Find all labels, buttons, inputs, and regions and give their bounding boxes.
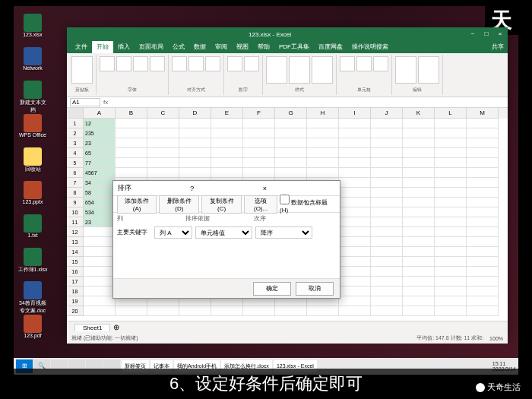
cell[interactable] bbox=[371, 198, 403, 207]
cell[interactable] bbox=[84, 306, 116, 316]
cell[interactable] bbox=[403, 227, 435, 237]
cell[interactable] bbox=[179, 119, 211, 128]
cell[interactable] bbox=[467, 247, 499, 257]
cell[interactable] bbox=[307, 119, 339, 128]
cell[interactable] bbox=[84, 237, 116, 247]
cell[interactable] bbox=[371, 267, 403, 277]
cell[interactable] bbox=[403, 188, 435, 198]
cell[interactable] bbox=[435, 267, 467, 277]
cell[interactable] bbox=[339, 217, 371, 227]
cell[interactable] bbox=[371, 237, 403, 247]
cell[interactable]: 77 bbox=[84, 158, 116, 168]
cell[interactable] bbox=[403, 207, 435, 217]
row-header[interactable]: 1 bbox=[67, 119, 84, 128]
row-header[interactable]: 14 bbox=[67, 247, 84, 257]
cell[interactable] bbox=[467, 158, 499, 168]
add-sheet-icon[interactable]: ⊕ bbox=[113, 323, 119, 331]
row-header[interactable]: 6 bbox=[67, 168, 84, 178]
sort-on-select[interactable]: 单元格值 bbox=[195, 226, 252, 239]
cell[interactable] bbox=[339, 277, 371, 287]
cell[interactable] bbox=[211, 128, 243, 138]
cell[interactable] bbox=[339, 237, 371, 247]
cell[interactable] bbox=[243, 158, 275, 168]
cell[interactable] bbox=[275, 306, 307, 316]
cell[interactable] bbox=[467, 148, 499, 158]
share-button[interactable]: 共享 bbox=[492, 41, 504, 53]
desktop-icon[interactable]: Network bbox=[17, 47, 48, 79]
sort-order-select[interactable]: 降序 bbox=[255, 226, 312, 239]
cell[interactable] bbox=[275, 119, 307, 128]
cell[interactable] bbox=[116, 158, 147, 168]
cell[interactable] bbox=[467, 306, 499, 316]
cell[interactable] bbox=[371, 188, 403, 198]
tab-pdf[interactable]: PDF工具集 bbox=[274, 41, 314, 53]
options-button[interactable]: 选项(O)... bbox=[244, 195, 277, 214]
cell[interactable] bbox=[84, 296, 116, 306]
cell[interactable] bbox=[339, 306, 371, 316]
cell[interactable] bbox=[339, 188, 371, 198]
row-header[interactable]: 3 bbox=[67, 138, 84, 148]
cell[interactable] bbox=[179, 138, 211, 148]
cell[interactable] bbox=[467, 257, 499, 267]
cell[interactable] bbox=[116, 119, 147, 128]
tab-tell-me[interactable]: 操作说明搜索 bbox=[347, 41, 393, 53]
cell[interactable] bbox=[243, 119, 275, 128]
cell[interactable] bbox=[403, 198, 435, 207]
cell[interactable] bbox=[467, 168, 499, 178]
cell[interactable] bbox=[467, 138, 499, 148]
tab-layout[interactable]: 页面布局 bbox=[135, 41, 168, 53]
cell[interactable] bbox=[243, 148, 275, 158]
number-button[interactable] bbox=[227, 56, 242, 71]
cell[interactable] bbox=[403, 168, 435, 178]
cell[interactable] bbox=[403, 119, 435, 128]
cell[interactable] bbox=[275, 148, 307, 158]
cell[interactable] bbox=[403, 217, 435, 227]
cell[interactable] bbox=[84, 247, 116, 257]
cell[interactable] bbox=[211, 306, 243, 316]
cell[interactable]: 65 bbox=[84, 148, 116, 158]
cell[interactable] bbox=[179, 306, 211, 316]
col-header[interactable]: I bbox=[339, 108, 371, 119]
cell[interactable] bbox=[467, 277, 499, 287]
cell[interactable] bbox=[467, 296, 499, 306]
add-level-button[interactable]: 添加条件(A) bbox=[117, 195, 157, 214]
tab-formula[interactable]: 公式 bbox=[168, 41, 189, 53]
cell[interactable] bbox=[435, 247, 467, 257]
cell[interactable] bbox=[435, 198, 467, 207]
cell[interactable] bbox=[467, 237, 499, 247]
col-header[interactable]: H bbox=[307, 108, 339, 119]
tab-data[interactable]: 数据 bbox=[189, 41, 211, 53]
cell[interactable] bbox=[435, 277, 467, 287]
cell[interactable] bbox=[371, 148, 403, 158]
zoom-level[interactable]: 100% bbox=[489, 336, 503, 341]
cell[interactable] bbox=[371, 227, 403, 237]
row-header[interactable]: 18 bbox=[67, 287, 84, 296]
cell[interactable] bbox=[243, 168, 275, 178]
cell[interactable] bbox=[339, 178, 371, 188]
cell[interactable] bbox=[467, 207, 499, 217]
cell[interactable] bbox=[84, 287, 116, 296]
cell[interactable] bbox=[211, 168, 243, 178]
insert-cell-button[interactable] bbox=[340, 56, 355, 71]
sheet-tab[interactable]: Sheet1 bbox=[74, 324, 110, 331]
cell[interactable] bbox=[116, 168, 147, 178]
cell[interactable]: 34 bbox=[84, 178, 116, 188]
cell[interactable] bbox=[467, 119, 499, 128]
desktop-icon[interactable]: 回收站 bbox=[17, 147, 48, 179]
cell[interactable] bbox=[84, 227, 116, 237]
col-header[interactable]: G bbox=[275, 108, 307, 119]
cell[interactable] bbox=[116, 306, 147, 316]
cell[interactable] bbox=[435, 296, 467, 306]
cell[interactable] bbox=[371, 306, 403, 316]
cell[interactable] bbox=[179, 148, 211, 158]
col-header[interactable]: C bbox=[147, 108, 179, 119]
cell[interactable] bbox=[403, 267, 435, 277]
close-button[interactable]: × bbox=[496, 30, 504, 38]
cell[interactable] bbox=[435, 148, 467, 158]
cell[interactable] bbox=[211, 138, 243, 148]
cell[interactable] bbox=[339, 267, 371, 277]
cell[interactable] bbox=[467, 287, 499, 296]
cell[interactable] bbox=[467, 227, 499, 237]
row-header[interactable]: 17 bbox=[67, 277, 84, 287]
cell[interactable] bbox=[179, 158, 211, 168]
